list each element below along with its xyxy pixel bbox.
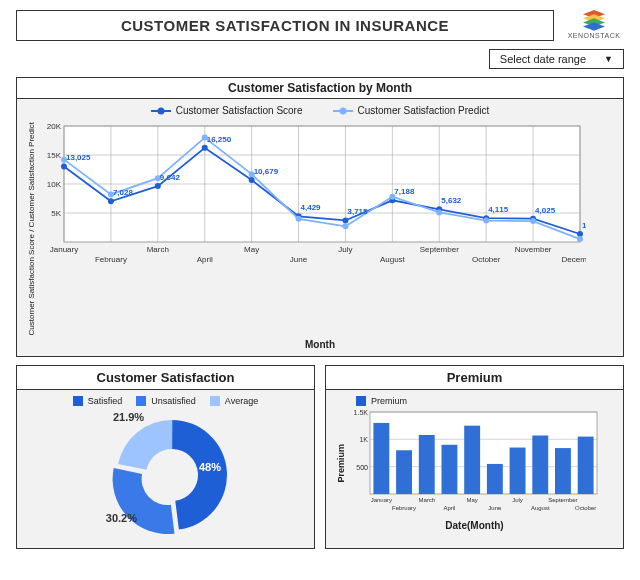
svg-point-41 bbox=[249, 177, 255, 183]
svg-text:20K: 20K bbox=[47, 122, 62, 131]
svg-text:4,429: 4,429 bbox=[301, 203, 322, 212]
svg-text:August: August bbox=[531, 505, 550, 511]
svg-text:May: May bbox=[244, 245, 259, 254]
svg-rect-97 bbox=[532, 436, 548, 494]
legend-score: Customer Satisfaction Score bbox=[151, 105, 303, 116]
svg-point-40 bbox=[202, 145, 208, 151]
date-range-label: Select date range bbox=[500, 53, 586, 65]
y-axis-label: Premium bbox=[336, 444, 346, 483]
svg-rect-95 bbox=[510, 448, 526, 494]
svg-text:April: April bbox=[197, 255, 213, 264]
svg-text:August: August bbox=[380, 255, 406, 264]
legend-satisfied: Satisfied bbox=[73, 396, 123, 406]
page-title: CUSTOMER SATISFACTION IN INSURANCE bbox=[16, 10, 554, 41]
svg-point-43 bbox=[342, 217, 348, 223]
svg-text:June: June bbox=[488, 505, 502, 511]
svg-text:5,632: 5,632 bbox=[441, 196, 462, 205]
svg-text:October: October bbox=[472, 255, 501, 264]
svg-text:10,679: 10,679 bbox=[254, 167, 279, 176]
svg-text:1K: 1K bbox=[359, 437, 368, 444]
svg-text:November: November bbox=[515, 245, 552, 254]
svg-rect-93 bbox=[487, 464, 503, 494]
panel-premium: Premium Premium Premium 5001K1.5KJanuary… bbox=[325, 365, 624, 549]
legend-average: Average bbox=[210, 396, 258, 406]
svg-text:7,188: 7,188 bbox=[394, 187, 415, 196]
y-axis-label: Customer Satisfaction Score / Customer S… bbox=[27, 120, 36, 337]
svg-text:10K: 10K bbox=[47, 180, 62, 189]
svg-text:May: May bbox=[466, 497, 477, 503]
svg-text:48%: 48% bbox=[199, 461, 221, 473]
panel-title: Premium bbox=[326, 366, 623, 390]
svg-text:4,025: 4,025 bbox=[535, 206, 556, 215]
svg-text:February: February bbox=[392, 505, 416, 511]
svg-rect-87 bbox=[419, 435, 435, 494]
svg-text:15K: 15K bbox=[47, 151, 62, 160]
svg-rect-99 bbox=[555, 449, 571, 495]
svg-text:3,715: 3,715 bbox=[347, 207, 368, 216]
panel-title: Customer Satisfaction bbox=[17, 366, 314, 390]
svg-point-58 bbox=[483, 218, 489, 224]
svg-text:January: January bbox=[371, 497, 392, 503]
svg-text:7,028: 7,028 bbox=[113, 188, 134, 197]
brand-logo: XENONSTACK bbox=[564, 10, 624, 39]
svg-text:5K: 5K bbox=[51, 209, 61, 218]
svg-text:July: July bbox=[338, 245, 352, 254]
panel-customer-satisfaction: Customer Satisfaction Satisfied Unsatisf… bbox=[16, 365, 315, 549]
svg-rect-83 bbox=[373, 423, 389, 494]
panel-title: Customer Satisfaction by Month bbox=[17, 78, 623, 99]
svg-text:December: December bbox=[562, 255, 586, 264]
svg-text:July: July bbox=[512, 497, 523, 503]
svg-point-57 bbox=[436, 209, 442, 215]
legend-premium: Premium bbox=[356, 396, 407, 406]
svg-text:21.9%: 21.9% bbox=[113, 412, 144, 424]
svg-rect-101 bbox=[578, 437, 594, 494]
donut-chart: 48%30.2%21.9% bbox=[27, 408, 297, 538]
svg-rect-85 bbox=[396, 451, 412, 495]
date-range-select[interactable]: Select date range ▼ bbox=[489, 49, 624, 69]
svg-point-39 bbox=[155, 183, 161, 189]
svg-point-48 bbox=[577, 231, 583, 237]
svg-text:9,642: 9,642 bbox=[160, 173, 181, 182]
svg-point-38 bbox=[108, 198, 114, 204]
svg-text:September: September bbox=[548, 497, 577, 503]
legend-predict: Customer Satisfaction Predict bbox=[333, 105, 490, 116]
svg-text:500: 500 bbox=[356, 464, 368, 471]
brand-name: XENONSTACK bbox=[568, 32, 621, 39]
line-chart: 5K10K15K20KJanuaryFebruaryMarchAprilMayJ… bbox=[36, 120, 586, 270]
svg-text:March: March bbox=[147, 245, 169, 254]
svg-text:October: October bbox=[575, 505, 596, 511]
svg-text:1,381: 1,381 bbox=[582, 221, 586, 230]
x-axis-label: Month bbox=[27, 339, 613, 350]
svg-text:April: April bbox=[443, 505, 455, 511]
svg-point-54 bbox=[296, 216, 302, 222]
svg-text:February: February bbox=[95, 255, 127, 264]
svg-point-60 bbox=[577, 236, 583, 242]
svg-text:30.2%: 30.2% bbox=[106, 512, 137, 524]
stack-icon bbox=[580, 10, 608, 32]
svg-point-59 bbox=[530, 218, 536, 224]
svg-text:1.5K: 1.5K bbox=[354, 409, 369, 416]
svg-rect-91 bbox=[464, 426, 480, 494]
svg-point-55 bbox=[342, 223, 348, 229]
svg-text:4,115: 4,115 bbox=[488, 205, 509, 214]
x-axis-label: Date(Month) bbox=[336, 520, 613, 531]
chevron-down-icon: ▼ bbox=[604, 54, 613, 64]
svg-text:13,025: 13,025 bbox=[66, 153, 91, 162]
svg-text:January: January bbox=[50, 245, 78, 254]
svg-rect-89 bbox=[442, 445, 458, 494]
svg-text:16,250: 16,250 bbox=[207, 135, 232, 144]
svg-text:September: September bbox=[420, 245, 459, 254]
svg-text:June: June bbox=[290, 255, 308, 264]
panel-satisfaction-by-month: Customer Satisfaction by Month Customer … bbox=[16, 77, 624, 357]
legend-unsatisfied: Unsatisfied bbox=[136, 396, 196, 406]
svg-point-37 bbox=[61, 163, 67, 169]
svg-text:March: March bbox=[418, 497, 435, 503]
bar-chart: 5001K1.5KJanuaryFebruaryMarchAprilMayJun… bbox=[346, 408, 601, 518]
svg-marker-3 bbox=[583, 22, 605, 30]
